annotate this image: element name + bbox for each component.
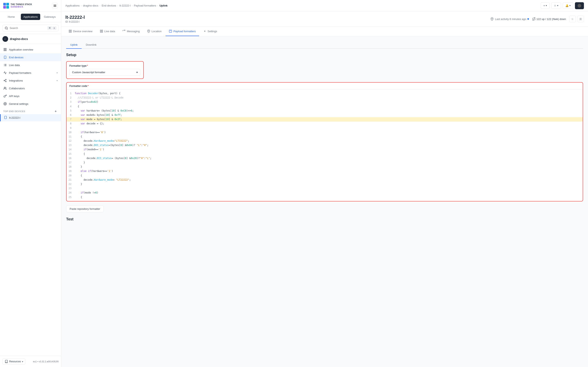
setup-title: Setup bbox=[66, 53, 583, 57]
sidebar-item-live-data[interactable]: Live data bbox=[0, 61, 61, 69]
formatter-type-select[interactable]: Custom Javascript formatter ▾ bbox=[69, 69, 140, 76]
sidebar-item-integrations[interactable]: Integrations ▾ bbox=[0, 77, 61, 84]
location-icon bbox=[147, 30, 150, 33]
bell-icon: 🔔 bbox=[565, 4, 569, 7]
tab-device-overview[interactable]: Device overview bbox=[65, 27, 96, 36]
chevron-down-icon: ▾ bbox=[57, 79, 58, 82]
device-meta: Last activity 8 minutes ago 122 up / 122… bbox=[490, 16, 584, 22]
activity-dot bbox=[527, 18, 529, 20]
version-label: eu1 • v3.32.2.a0014352f0 bbox=[33, 360, 59, 363]
device-icon bbox=[3, 55, 7, 59]
code-line-6: 6 var mode0= bytes[10] & 0xff; bbox=[67, 113, 583, 117]
svg-rect-5 bbox=[4, 48, 5, 49]
activity-info: Last activity 8 minutes ago bbox=[490, 17, 529, 21]
breadcrumb-applications[interactable]: Applications bbox=[65, 4, 80, 7]
code-line-12: 12 decode.Hardware_mode="LT33222"; bbox=[67, 139, 583, 143]
overview-icon bbox=[69, 30, 72, 33]
tab-live-data[interactable]: Live data bbox=[96, 27, 118, 36]
code-line-8: 8 var decode = {}; bbox=[67, 122, 583, 126]
tab-messaging[interactable]: Messaging bbox=[119, 27, 143, 36]
plus-icon: + bbox=[543, 4, 545, 7]
code-line-25: 25 { bbox=[67, 195, 583, 200]
sidebar-item-general-settings[interactable]: General settings bbox=[0, 100, 61, 108]
svg-point-37 bbox=[204, 31, 205, 32]
logo-sq-3 bbox=[3, 6, 6, 8]
resources-button[interactable]: Resources ▾ bbox=[2, 359, 25, 365]
traffic-info: 122 up / 122 (Nwk) down bbox=[532, 17, 566, 21]
required-marker: * bbox=[87, 64, 88, 67]
tab-location[interactable]: Location bbox=[144, 27, 165, 36]
breadcrumb-dragino[interactable]: dragino-docs bbox=[83, 4, 98, 7]
user-button[interactable] bbox=[575, 2, 584, 9]
paste-repository-button[interactable]: Paste repository formatter bbox=[66, 206, 104, 212]
code-line-14: 14 if(mode0=='1') bbox=[67, 147, 583, 152]
chevron-down-icon: ▾ bbox=[57, 72, 58, 74]
sidebar-item-api-keys[interactable]: API keys bbox=[0, 92, 61, 100]
svg-rect-8 bbox=[4, 50, 5, 51]
top-end-devices-section: Top end devices + bbox=[0, 108, 61, 114]
sidebar-menu: Application overview End devices Live da… bbox=[0, 44, 61, 356]
logo-text: THE THinGS STACK SANDBOX bbox=[11, 3, 32, 8]
star-icon: ☆ bbox=[554, 4, 556, 7]
breadcrumb-sep-5: › bbox=[157, 4, 158, 7]
payload-icon bbox=[3, 71, 7, 75]
sidebar-item-label: API keys bbox=[9, 95, 19, 98]
user-avatar bbox=[578, 4, 581, 8]
sidebar-item-application-overview[interactable]: Application overview bbox=[0, 46, 61, 53]
formatter-subtabs: Uplink Downlink bbox=[66, 41, 583, 49]
sidebar-item-label: Collaborators bbox=[9, 87, 25, 90]
code-line-15: 15 { bbox=[67, 152, 583, 156]
search-input[interactable] bbox=[9, 26, 46, 30]
code-line-5: 5 var hardware= (bytes[10] & 0xC0)>>6; bbox=[67, 109, 583, 113]
main-content: Applications › dragino-docs › End device… bbox=[61, 0, 588, 367]
tab-label: Payload formatters bbox=[173, 30, 196, 33]
code-line-18: 18 } bbox=[67, 165, 583, 169]
notification-button[interactable]: 🔔 ▾ bbox=[563, 2, 573, 9]
tab-downlink[interactable]: Downlink bbox=[82, 41, 101, 49]
chevron-down-icon: ▾ bbox=[570, 4, 571, 7]
svg-line-20 bbox=[5, 81, 6, 81]
applications-tab[interactable]: Applications bbox=[21, 14, 40, 20]
add-button[interactable]: + ▾ bbox=[541, 2, 550, 9]
search-box[interactable]: ⌘ K bbox=[2, 25, 59, 31]
tab-settings[interactable]: Settings bbox=[200, 27, 221, 36]
sidebar-item-label: Payload formatters bbox=[9, 71, 31, 75]
live-data-icon bbox=[100, 30, 103, 33]
settings-icon bbox=[3, 102, 7, 106]
code-line-4: 4 { bbox=[67, 104, 583, 109]
top-end-devices-label: Top end devices bbox=[3, 110, 25, 113]
sidebar-item-end-devices[interactable]: End devices bbox=[0, 53, 61, 61]
formatter-type-box: Formatter type* Custom Javascript format… bbox=[66, 61, 144, 79]
code-line-17: 17 } bbox=[67, 160, 583, 165]
tab-payload-formatters[interactable]: Payload formatters bbox=[165, 27, 199, 36]
code-area[interactable]: 1 function Decoder(bytes, port) { 2 //LT… bbox=[67, 90, 583, 201]
add-device-button[interactable]: + bbox=[54, 109, 58, 113]
device-tabs: Device overview Live data Messaging Loca… bbox=[61, 27, 588, 36]
payload-formatters-icon bbox=[169, 30, 172, 33]
key-icon bbox=[3, 94, 7, 98]
svg-rect-32 bbox=[102, 31, 103, 33]
sidebar-app-section[interactable]: ← dragino-docs bbox=[0, 34, 61, 44]
breadcrumb-end-devices[interactable]: End devices bbox=[102, 4, 116, 7]
sidebar-toggle-button[interactable] bbox=[52, 3, 58, 8]
breadcrumb-device[interactable]: lt-22222-l bbox=[120, 4, 130, 7]
sidebar-item-collaborators[interactable]: Collaborators bbox=[0, 84, 61, 92]
breadcrumb-payload[interactable]: Payload formatters bbox=[134, 4, 156, 7]
code-line-2: 2 //LT33222-L or LT22222-L Decode bbox=[67, 96, 583, 100]
device-list-item[interactable]: lt-22222-l bbox=[0, 114, 61, 121]
nav-tabs: Home Applications Gateways bbox=[0, 12, 61, 22]
code-line-16: 16 decode.DI3_status= (bytes[8] &0x20)?"… bbox=[67, 156, 583, 160]
logo-line1: THE THinGS STACK bbox=[11, 3, 32, 6]
favorite-button[interactable]: ☆ bbox=[569, 16, 576, 22]
logo-icon bbox=[3, 3, 9, 8]
tab-uplink[interactable]: Uplink bbox=[66, 41, 82, 49]
breadcrumb-sep-1: › bbox=[81, 4, 82, 7]
gateways-tab[interactable]: Gateways bbox=[41, 14, 59, 20]
home-tab[interactable]: Home bbox=[2, 14, 20, 20]
back-button[interactable]: ← bbox=[2, 36, 8, 42]
sidebar-item-payload-formatters[interactable]: Payload formatters ▾ bbox=[0, 69, 61, 77]
menu-button[interactable]: ☰ bbox=[577, 16, 584, 22]
grid-icon bbox=[3, 48, 7, 51]
sidebar-item-label: Application overview bbox=[9, 48, 33, 51]
star-button[interactable]: ☆ ▾ bbox=[551, 2, 561, 9]
